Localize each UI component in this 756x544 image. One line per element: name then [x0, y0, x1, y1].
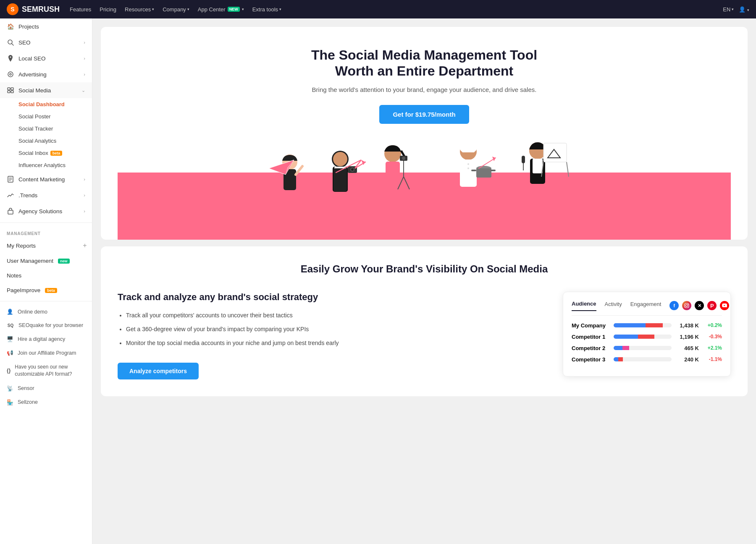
svg-point-29: [402, 157, 405, 160]
chevron-right-icon: ›: [84, 56, 85, 61]
svg-rect-4: [8, 88, 10, 90]
sidebar-item-projects[interactable]: 🏠 Projects: [0, 18, 92, 34]
sidebar-item-seo[interactable]: SEO ›: [0, 34, 92, 50]
svg-point-18: [333, 152, 347, 166]
main-layout: 🏠 Projects SEO › Local SEO › Advertising…: [0, 18, 756, 544]
competitor-row-3: Competitor 3 240 K -1.1%: [572, 356, 722, 363]
svg-rect-35: [462, 147, 475, 152]
top-nav-links: Features Pricing Resources ▾ Company ▾ A…: [70, 6, 713, 13]
comp-value: 465 K: [676, 345, 699, 351]
svg-line-16: [296, 166, 302, 175]
seoquake-icon: SQ: [7, 323, 14, 328]
sidebar-util-seoquake[interactable]: SQ SEOquake for your browser: [0, 319, 92, 332]
bullet-1: Track all your competitors' accounts to …: [126, 311, 538, 320]
comp-change: -0.3%: [703, 334, 722, 340]
sidebar-sub-social-dashboard[interactable]: Social Dashboard: [0, 98, 92, 110]
bar-blue: [614, 346, 622, 350]
bullet-3: Monitor the top social media accounts in…: [126, 339, 538, 348]
bar-blue: [614, 335, 638, 339]
tab-audience[interactable]: Audience: [572, 301, 596, 311]
logo-icon: S: [7, 3, 18, 15]
sidebar-util-sensor[interactable]: 📡 Sensor: [0, 382, 92, 395]
chevron-down-icon: ▾: [279, 7, 281, 11]
sidebar-item-trends[interactable]: .Trends ›: [0, 187, 92, 203]
location-icon: [7, 55, 14, 62]
affiliate-icon: 📢: [7, 350, 13, 356]
sidebar-item-notes[interactable]: Notes: [0, 268, 92, 283]
sidebar-item-advertising[interactable]: Advertising ›: [0, 66, 92, 82]
comp-value: 1,438 K: [676, 322, 699, 329]
chevron-right-icon: ›: [84, 193, 85, 198]
sidebar-util-affiliate[interactable]: 📢 Join our Affiliate Program: [0, 346, 92, 360]
logo[interactable]: S SEMRUSH: [7, 3, 60, 15]
youtube-icon[interactable]: [720, 301, 729, 310]
comp-name: Competitor 2: [572, 345, 609, 351]
svg-rect-46: [543, 143, 567, 162]
svg-rect-12: [8, 210, 13, 214]
divider2: [0, 301, 92, 301]
top-nav-right: EN ▾ 👤 ▾: [723, 6, 749, 13]
sidebar-item-local-seo[interactable]: Local SEO ›: [0, 50, 92, 66]
comp-name: My Company: [572, 322, 609, 329]
sidebar-util-sellzone[interactable]: 🏪 Sellzone: [0, 395, 92, 409]
sidebar-sub-social-tracker[interactable]: Social Tracker: [0, 123, 92, 135]
facebook-icon[interactable]: f: [669, 301, 679, 310]
svg-marker-52: [492, 157, 496, 161]
pinterest-icon[interactable]: P: [707, 301, 717, 310]
sidebar-item-user-management[interactable]: User Management new: [0, 254, 92, 268]
nav-pricing[interactable]: Pricing: [100, 6, 116, 13]
instagram-icon[interactable]: [682, 301, 691, 310]
section2-inner: Track and analyze any brand's social str…: [118, 292, 731, 379]
svg-rect-49: [522, 156, 525, 163]
sidebar-sub-influencer-analytics[interactable]: Influencer Analytics: [0, 159, 92, 171]
nav-company[interactable]: Company ▾: [163, 6, 189, 13]
tab-activity[interactable]: Activity: [605, 301, 622, 311]
competitor-card-inner: Audience Activity Engagement f ✕ P: [563, 292, 731, 377]
sidebar-sub-social-poster[interactable]: Social Poster: [0, 110, 92, 123]
competitor-card: Audience Activity Engagement f ✕ P: [563, 292, 731, 377]
management-label: MANAGEMENT: [0, 226, 92, 238]
section2-heading: Easily Grow Your Brand's Visibility On S…: [301, 263, 548, 275]
user-menu[interactable]: 👤 ▾: [739, 6, 749, 13]
bullet-2: Get a 360-degree view of your brand's im…: [126, 325, 538, 334]
comp-bar: [614, 357, 672, 361]
nav-features[interactable]: Features: [70, 6, 91, 13]
twitter-x-icon[interactable]: ✕: [695, 301, 704, 310]
nav-resources[interactable]: Resources ▾: [125, 6, 154, 13]
comp-name: Competitor 1: [572, 334, 609, 340]
app-center-badge: NEW: [228, 7, 240, 12]
sidebar-item-my-reports[interactable]: My Reports +: [0, 238, 92, 254]
language-selector[interactable]: EN ▾: [723, 6, 734, 13]
trends-icon: [7, 191, 14, 199]
sidebar-sub-social-inbox[interactable]: Social Inbox beta: [0, 147, 92, 159]
sidebar-item-agency-solutions[interactable]: Agency Solutions ›: [0, 203, 92, 219]
svg-rect-7: [11, 91, 13, 93]
section2-left: Track and analyze any brand's social str…: [118, 292, 538, 379]
sidebar-item-pageimprove[interactable]: PageImprove beta: [0, 283, 92, 298]
sidebar-util-api[interactable]: {} Have you seen our new customizable AP…: [0, 360, 92, 382]
bar-red: [638, 335, 654, 339]
sidebar-util-online-demo[interactable]: 👤 Online demo: [0, 305, 92, 319]
add-report-button[interactable]: +: [81, 242, 89, 249]
hero-cta-button[interactable]: Get for $19.75/month: [379, 105, 469, 124]
sidebar-util-hire-agency[interactable]: 🖥️ Hire a digital agency: [0, 332, 92, 346]
tab-engagement[interactable]: Engagement: [630, 301, 662, 311]
agency-hire-icon: 🖥️: [7, 336, 13, 342]
svg-rect-21: [333, 168, 347, 191]
demo-icon: 👤: [7, 309, 13, 315]
social-icons: f ✕ P: [669, 301, 729, 310]
svg-point-37: [467, 163, 469, 165]
svg-point-38: [467, 167, 469, 169]
sidebar-sub-social-analytics[interactable]: Social Analytics: [0, 135, 92, 147]
sellzone-icon: 🏪: [7, 399, 13, 405]
nav-app-center[interactable]: App Center NEW ▾: [198, 6, 244, 13]
nav-extra-tools[interactable]: Extra tools ▾: [252, 6, 281, 13]
chevron-down-icon: ▾: [152, 7, 154, 11]
section2-card: Easily Grow Your Brand's Visibility On S…: [101, 246, 748, 396]
analyze-competitors-button[interactable]: Analyze competitors: [118, 363, 199, 379]
comp-bar: [614, 346, 672, 350]
bar-red: [646, 323, 663, 327]
sidebar-item-social-media[interactable]: Social Media ⌄: [0, 82, 92, 98]
sidebar-item-content-marketing[interactable]: Content Marketing ›: [0, 171, 92, 187]
comp-value: 1,196 K: [676, 334, 699, 340]
